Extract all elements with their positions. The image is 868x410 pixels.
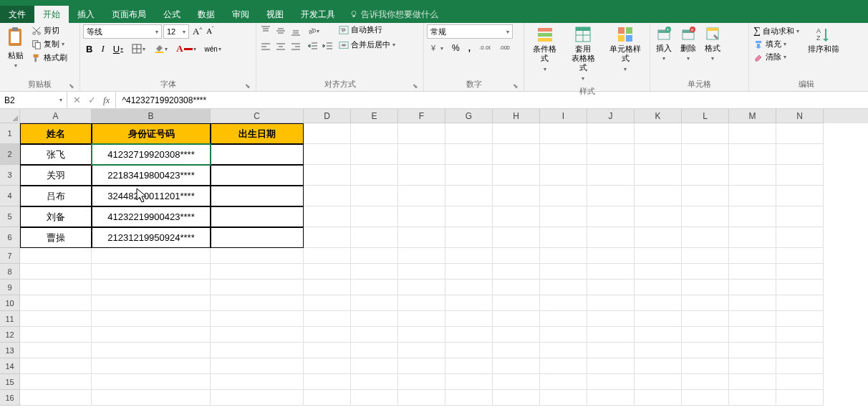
dialog-launcher-icon[interactable]: ⬊ [412,82,419,90]
cell[interactable] [92,295,211,311]
cell[interactable] [304,343,351,358]
cell[interactable] [776,206,824,227]
dialog-launcher-icon[interactable]: ⬊ [244,82,251,90]
cell[interactable] [635,165,682,186]
cell[interactable] [20,280,92,295]
row-header[interactable]: 6 [0,227,20,248]
cell[interactable] [682,311,729,327]
cell[interactable]: 22183419800423**** [92,165,211,186]
cell[interactable] [635,358,682,374]
cell[interactable] [398,358,445,374]
cell[interactable] [351,186,398,206]
col-header-F[interactable]: F [398,109,445,123]
cell[interactable] [776,144,824,165]
cut-button[interactable]: 剪切 [30,24,69,37]
cell[interactable] [20,374,92,390]
cell[interactable] [398,186,445,206]
tab-page-layout[interactable]: 页面布局 [103,6,155,23]
col-header-H[interactable]: H [493,109,540,123]
cell[interactable] [729,248,776,264]
cell[interactable] [445,327,493,343]
increase-indent-button[interactable] [322,40,334,53]
cell[interactable] [493,123,540,144]
col-header-B[interactable]: B [92,109,211,123]
phonetic-button[interactable]: wén▾ [202,44,224,54]
font-color-button[interactable]: A▾ [173,42,198,56]
cell[interactable] [92,248,211,264]
cell[interactable] [92,390,211,406]
cell[interactable] [398,165,445,186]
cell[interactable] [445,264,493,280]
row-header[interactable]: 2 [0,144,20,165]
cell[interactable] [92,280,211,295]
font-name-select[interactable]: 等线▾ [83,24,162,39]
cell[interactable] [211,390,304,406]
cell[interactable] [682,264,729,280]
cell[interactable] [682,295,729,311]
formula-input[interactable]: ^41232719920308**** [116,92,868,108]
cell[interactable] [682,327,729,343]
cell[interactable] [682,227,729,248]
cell[interactable] [635,144,682,165]
autosum-button[interactable]: ∑ 自动求和 ▾ [752,24,801,37]
cell[interactable]: 32448220011201**** [92,186,211,206]
cell[interactable] [304,295,351,311]
cell[interactable] [304,248,351,264]
cell[interactable] [445,343,493,358]
cell[interactable] [211,165,304,186]
cell[interactable] [635,264,682,280]
cell[interactable] [635,327,682,343]
sort-filter-button[interactable]: AZ 排序和筛 [805,24,842,77]
cell[interactable]: 41232719920308**** [92,144,211,165]
cell[interactable] [729,358,776,374]
row-header[interactable]: 10 [0,295,20,311]
accept-formula-button[interactable]: ✓ [88,95,96,105]
cell[interactable] [211,327,304,343]
cell[interactable] [398,206,445,227]
row-header[interactable]: 7 [0,248,20,264]
cell[interactable] [540,390,587,406]
cell[interactable] [398,144,445,165]
row-header[interactable]: 3 [0,165,20,186]
cell[interactable]: 吕布 [20,186,92,206]
cell[interactable] [398,343,445,358]
align-left-button[interactable] [259,40,272,53]
orientation-button[interactable]: ab▾ [307,24,319,37]
cell[interactable] [635,186,682,206]
percent-button[interactable]: % [449,42,463,54]
fill-button[interactable]: 填充 ▾ [752,38,801,50]
cell[interactable] [351,248,398,264]
cell[interactable] [540,311,587,327]
cell-styles-button[interactable]: 单元格样式▾ [604,24,647,85]
cell[interactable]: 出生日期 [211,123,304,144]
cell[interactable] [729,311,776,327]
cell[interactable] [398,248,445,264]
cell[interactable] [587,390,635,406]
cell[interactable] [729,144,776,165]
cell[interactable] [211,358,304,374]
cell[interactable] [587,227,635,248]
cell[interactable] [635,248,682,264]
cell[interactable] [587,165,635,186]
cell[interactable] [304,123,351,144]
cell[interactable] [540,280,587,295]
cell[interactable] [20,264,92,280]
cell[interactable] [445,311,493,327]
cell[interactable] [445,358,493,374]
cell[interactable] [211,280,304,295]
cell[interactable] [304,280,351,295]
cell[interactable] [20,343,92,358]
cell[interactable] [493,390,540,406]
cell[interactable] [398,295,445,311]
cell[interactable] [729,206,776,227]
cell[interactable] [635,227,682,248]
cell[interactable] [682,144,729,165]
cell[interactable] [211,295,304,311]
cell[interactable] [92,311,211,327]
cell[interactable] [398,327,445,343]
cell[interactable] [351,327,398,343]
cell[interactable] [211,186,304,206]
cell[interactable] [729,165,776,186]
cell[interactable] [493,165,540,186]
cell[interactable]: 曹操 [20,227,92,248]
